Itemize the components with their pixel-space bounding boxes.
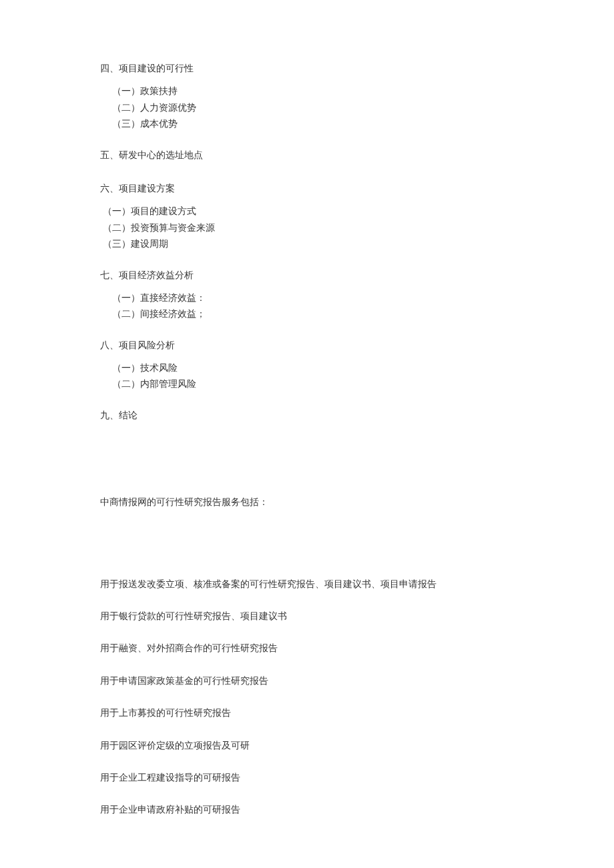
section-8-items: （一）技术风险 （二）内部管理风险 <box>112 361 514 392</box>
spacer <box>100 428 514 495</box>
section-4-items: （一）政策扶持 （二）人力资源优势 （三）成本优势 <box>112 84 514 131</box>
spacer <box>100 168 514 181</box>
service-item: 用于企业申请政府补贴的可研报告 <box>100 803 514 817</box>
document-content: 四、项目建设的可行性 （一）政策扶持 （二）人力资源优势 （三）成本优势 五、研… <box>0 0 614 818</box>
service-item: 用于银行贷款的可行性研究报告、项目建议书 <box>100 609 514 624</box>
section-7-heading: 七、项目经济效益分析 <box>100 268 514 283</box>
service-item: 用于企业工程建设指导的可研报告 <box>100 771 514 785</box>
section-7-item: （一）直接经济效益： <box>112 291 514 306</box>
services-intro: 中商情报网的可行性研究报告服务包括： <box>100 495 514 510</box>
section-8-item: （二）内部管理风险 <box>112 377 514 392</box>
section-6-item: （二）投资预算与资金来源 <box>103 221 514 236</box>
section-6-item: （一）项目的建设方式 <box>103 204 514 219</box>
service-item: 用于融资、对外招商合作的可行性研究报告 <box>100 641 514 656</box>
service-item: 用于报送发改委立项、核准或备案的可行性研究报告、项目建议书、项目申请报告 <box>100 577 514 592</box>
section-6-heading: 六、项目建设方案 <box>100 181 514 196</box>
section-4-item: （二）人力资源优势 <box>112 101 514 115</box>
section-4-item: （一）政策扶持 <box>112 84 514 99</box>
section-7-items: （一）直接经济效益： （二）间接经济效益； <box>112 291 514 322</box>
service-item: 用于申请国家政策基金的可行性研究报告 <box>100 674 514 689</box>
section-5-heading: 五、研发中心的选址地点 <box>100 148 514 163</box>
services-list: 用于报送发改委立项、核准或备案的可行性研究报告、项目建议书、项目申请报告 用于银… <box>100 577 514 818</box>
section-8-item: （一）技术风险 <box>112 361 514 376</box>
section-4-item: （三）成本优势 <box>112 117 514 131</box>
service-item: 用于上市募投的可行性研究报告 <box>100 706 514 721</box>
service-item: 用于园区评价定级的立项报告及可研 <box>100 739 514 753</box>
section-6-items: （一）项目的建设方式 （二）投资预算与资金来源 （三）建设周期 <box>103 204 514 252</box>
section-7-item: （二）间接经济效益； <box>112 307 514 322</box>
section-4-heading: 四、项目建设的可行性 <box>100 61 514 76</box>
section-6-item: （三）建设周期 <box>103 237 514 252</box>
section-8-heading: 八、项目风险分析 <box>100 338 514 353</box>
section-9-heading: 九、结论 <box>100 408 514 423</box>
spacer <box>100 510 514 577</box>
